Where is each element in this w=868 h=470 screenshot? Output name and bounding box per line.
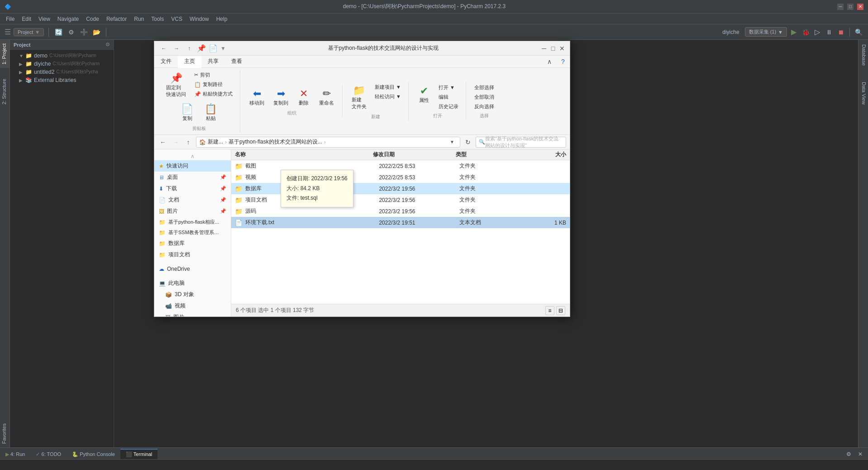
fe-addr-dropdown-button[interactable]: ▼ — [447, 137, 457, 147]
scheme-dropdown[interactable]: 数据采集 (1) ▼ — [745, 27, 787, 37]
fe-cut-btn[interactable]: ✂ 剪切 — [191, 71, 235, 79]
menu-tools[interactable]: Tools — [148, 14, 167, 24]
fe-tab-share[interactable]: 共享 — [201, 56, 225, 67]
fe-sidebar-quick-access[interactable]: ★ 快速访问 — [154, 160, 231, 172]
terminal-content[interactable]: + 127.0.0.1 - - [14/Mar/2022 14:01:26] "… — [0, 460, 868, 470]
fe-paste-btn[interactable]: 📋 粘贴 — [201, 101, 221, 124]
menu-edit[interactable]: Edit — [18, 14, 35, 24]
run-config-button[interactable]: ▶ — [789, 27, 799, 37]
fe-sidebar-db[interactable]: 📁 数据库 — [154, 238, 231, 249]
tab-data-view[interactable]: Data View — [858, 77, 868, 109]
fe-addr-up-button[interactable]: ↑ — [183, 137, 193, 147]
tree-item-ext-libs[interactable]: ▶ 📚 External Libraries — [10, 76, 114, 84]
menu-run[interactable]: Run — [130, 14, 148, 24]
fe-invert-select-btn[interactable]: 反向选择 — [472, 102, 497, 111]
menu-window[interactable]: Window — [186, 14, 213, 24]
fe-easy-access-btn[interactable]: 轻松访问 ▼ — [372, 92, 404, 101]
fe-col-date-header[interactable]: 修改日期 — [373, 151, 456, 158]
fe-sidebar-video[interactable]: 📹 视频 — [154, 300, 231, 312]
tab-python-console[interactable]: 🐍 Python Console — [67, 449, 120, 459]
fe-pin-btn[interactable]: 📌 固定到快速访问 — [162, 71, 190, 100]
fe-address-box[interactable]: 🏠 新建... › 基于python-flask的技术交流网站的设... › ▼ — [196, 137, 460, 148]
fe-tab-file[interactable]: 文件 — [154, 56, 178, 67]
close-button[interactable]: ✕ — [857, 4, 863, 10]
fe-paste-shortcut-btn[interactable]: 📌 粘贴快捷方式 — [191, 90, 235, 98]
fe-tab-view[interactable]: 查看 — [225, 56, 248, 67]
fe-col-type-header[interactable]: 类型 — [456, 151, 525, 158]
menu-view[interactable]: View — [35, 14, 54, 24]
fe-sidebar-onedrive[interactable]: ☁ OneDrive — [154, 264, 231, 274]
fe-edit-btn[interactable]: 编辑 — [436, 93, 461, 101]
fe-scroll-up[interactable]: ∧ — [154, 152, 231, 160]
fe-new-item-btn[interactable]: 新建项目 ▼ — [372, 83, 404, 91]
fe-maximize-button[interactable]: □ — [550, 45, 556, 52]
tab-favorites[interactable]: Favorites — [0, 420, 10, 447]
panel-hide-button[interactable]: ✕ — [855, 449, 865, 459]
sync-button[interactable]: 🔄 — [53, 27, 63, 37]
minimize-button[interactable]: ─ — [837, 4, 844, 10]
fe-addr-back-button[interactable]: ← — [158, 137, 168, 147]
fe-up-button[interactable]: ↑ — [184, 43, 194, 53]
add-config-button[interactable]: ➕ — [79, 27, 89, 37]
fe-rename-btn[interactable]: ✏ 重命名 — [315, 86, 338, 108]
stop-button[interactable]: ⏹ — [836, 27, 846, 37]
maximize-button[interactable]: □ — [847, 4, 854, 10]
fe-sidebar-3d[interactable]: 📦 3D 对象 — [154, 289, 231, 300]
panel-settings-button[interactable]: ⚙ — [844, 449, 854, 459]
project-badge[interactable]: Project ▼ — [14, 28, 44, 36]
fe-delete-btn[interactable]: ✕ 删除 — [294, 86, 314, 108]
fe-sidebar-ssm[interactable]: 📁 基于SSM教务管理系统... — [154, 227, 231, 238]
search-everywhere-button[interactable]: 🔍 — [854, 27, 863, 37]
fe-properties-btn[interactable]: ✔ 属性 — [414, 83, 434, 106]
profile-button[interactable]: ⏸ — [824, 27, 834, 37]
fe-sidebar-thispc[interactable]: 💻 此电脑 — [154, 278, 231, 289]
settings-button[interactable]: ⚙ — [66, 27, 76, 37]
fe-sidebar-pics[interactable]: 🖼 图片 📌 — [154, 206, 231, 217]
menu-vcs[interactable]: VCS — [167, 14, 186, 24]
fe-file-row-huanjing[interactable]: 📄 环境下载.txt 2022/3/2 19:51 文本文档 1 KB — [231, 217, 570, 228]
fe-col-name-header[interactable]: 名称 — [235, 151, 373, 158]
menu-refactor[interactable]: Refactor — [103, 14, 130, 24]
menu-navigate[interactable]: Navigate — [54, 14, 82, 24]
menu-file[interactable]: File — [2, 14, 18, 24]
fe-copy-btn[interactable]: 📄 复制 — [177, 101, 197, 124]
fe-addr-forward-button[interactable]: → — [171, 137, 181, 147]
menu-help[interactable]: Help — [213, 14, 231, 24]
fe-details-view-btn[interactable]: ⊟ — [556, 306, 565, 315]
fe-copy-path-btn[interactable]: 📋 复制路径 — [191, 80, 235, 89]
tree-item-untitled2[interactable]: ▶ 📁 untitled2 C:\Users\阿秋\Pycha — [10, 68, 114, 76]
tab-todo[interactable]: ✓ 6: TODO — [30, 449, 67, 459]
tree-item-demo[interactable]: ▼ 📁 demo C:\Users\阿秋\Pycharm — [10, 52, 114, 60]
fe-new-folder-btn[interactable]: 📁 新建文件夹 — [348, 83, 370, 112]
tab-run[interactable]: ▶ 4: Run — [0, 449, 30, 459]
fe-sidebar-desktop[interactable]: 🖥 桌面 📌 — [154, 172, 231, 183]
coverage-button[interactable]: ▷ — [812, 27, 822, 37]
fe-close-button[interactable]: ✕ — [559, 45, 565, 52]
fe-ribbon-collapse-button[interactable]: ∧ — [544, 57, 554, 67]
menu-code[interactable]: Code — [82, 14, 103, 24]
fe-sidebar-downloads[interactable]: ⬇ 下载 📌 — [154, 183, 231, 194]
fe-move-btn[interactable]: ⬅ 移动到 — [246, 86, 268, 108]
fe-col-size-header[interactable]: 大小 — [525, 151, 567, 158]
fe-open-btn[interactable]: 打开 ▼ — [436, 83, 461, 92]
fe-refresh-button[interactable]: ↻ — [463, 137, 473, 147]
fe-minimize-button[interactable]: ─ — [541, 45, 547, 52]
fe-tab-home[interactable]: 主页 — [178, 56, 201, 68]
tab-project[interactable]: 1: Project — [0, 40, 10, 68]
fe-forward-button[interactable]: → — [172, 43, 181, 53]
fe-select-all-btn[interactable]: 全部选择 — [472, 83, 497, 92]
fe-history-btn[interactable]: 历史记录 — [436, 102, 461, 111]
fe-sidebar-projdoc[interactable]: 📁 项目文档 — [154, 249, 231, 260]
fe-sidebar-pictures[interactable]: 🖼 图片 — [154, 312, 231, 317]
tab-database[interactable]: Database — [858, 40, 868, 70]
tree-item-diyiche[interactable]: ▶ 📁 diyiche C:\Users\阿秋\Pycharm — [10, 60, 114, 68]
fe-list-view-btn[interactable]: ≡ — [545, 306, 554, 315]
fe-help-button[interactable]: ? — [558, 57, 568, 67]
project-settings-icon[interactable]: ⚙ — [105, 42, 110, 48]
sdk-button[interactable]: 📂 — [91, 27, 101, 37]
debug-button[interactable]: 🐞 — [801, 27, 811, 37]
fe-copy-to-btn[interactable]: ➡ 复制到 — [270, 86, 292, 108]
tab-structure[interactable]: 2: Structure — [0, 75, 10, 108]
tab-terminal[interactable]: ⬛ Terminal — [120, 449, 157, 459]
fe-deselect-all-btn[interactable]: 全部取消 — [472, 93, 497, 101]
